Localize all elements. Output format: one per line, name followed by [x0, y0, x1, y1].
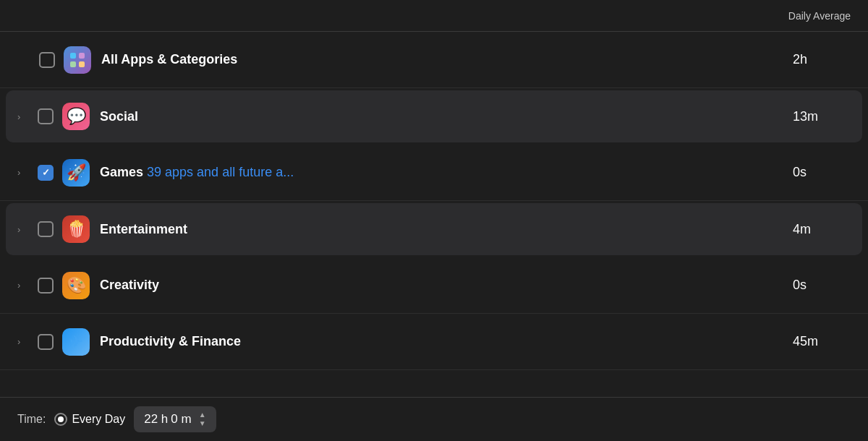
creativity-chevron[interactable]: › — [17, 280, 32, 291]
all-apps-label: All Apps & Categories — [101, 52, 793, 67]
games-chevron[interactable]: › — [17, 167, 32, 178]
svg-rect-0 — [70, 53, 76, 59]
entertainment-checkbox[interactable] — [38, 221, 54, 237]
every-day-radio[interactable] — [54, 413, 67, 426]
entertainment-value: 4m — [793, 222, 851, 237]
row-social: › 💬 Social 13m — [6, 90, 862, 142]
time-label: Time: — [17, 413, 46, 426]
creativity-icon: 🎨 — [62, 272, 90, 299]
row-all-apps: All Apps & Categories 2h — [0, 32, 868, 88]
productivity-icon: ✈ — [62, 328, 90, 356]
radio-group[interactable]: Every Day — [54, 413, 125, 426]
all-apps-checkbox[interactable] — [39, 52, 55, 68]
games-label: Games 39 apps and all future a... — [100, 165, 793, 180]
header: Daily Average — [0, 0, 868, 32]
social-chevron[interactable]: › — [17, 111, 32, 122]
productivity-label: Productivity & Finance — [100, 334, 793, 349]
entertainment-label: Entertainment — [100, 222, 793, 237]
row-games: › 🚀 Games 39 apps and all future a... 0s — [0, 145, 868, 201]
productivity-checkbox[interactable] — [38, 334, 54, 350]
row-creativity: › 🎨 Creativity 0s — [0, 257, 868, 314]
decrement-arrow[interactable]: ▼ — [199, 419, 206, 428]
category-list: All Apps & Categories 2h › 💬 Social 13m … — [0, 32, 868, 397]
entertainment-icon: 🍿 — [62, 215, 90, 243]
every-day-label: Every Day — [72, 413, 125, 426]
productivity-chevron[interactable]: › — [17, 336, 32, 347]
row-entertainment: › 🍿 Entertainment 4m — [6, 203, 862, 255]
time-stepper[interactable]: 22 h 0 m ▲ ▼ — [134, 406, 216, 432]
creativity-value: 0s — [793, 278, 851, 293]
minutes-value: 0 m — [171, 412, 191, 427]
social-checkbox[interactable] — [38, 108, 54, 124]
creativity-label: Creativity — [100, 278, 793, 293]
svg-rect-1 — [79, 53, 85, 59]
entertainment-chevron[interactable]: › — [17, 224, 32, 235]
hours-value: 22 h — [144, 412, 168, 427]
all-apps-value: 2h — [793, 52, 851, 67]
increment-arrow[interactable]: ▲ — [199, 411, 206, 419]
social-value: 13m — [793, 109, 851, 124]
productivity-value: 45m — [793, 334, 851, 349]
daily-average-label: Daily Average — [788, 10, 851, 22]
svg-rect-2 — [70, 61, 76, 67]
stepper-arrows[interactable]: ▲ ▼ — [199, 411, 206, 428]
games-icon: 🚀 — [62, 159, 90, 187]
footer: Time: Every Day 22 h 0 m ▲ ▼ — [0, 397, 868, 441]
svg-rect-3 — [79, 61, 85, 67]
social-icon: 💬 — [62, 103, 90, 130]
games-sublabel: 39 apps and all future a... — [147, 165, 294, 179]
creativity-checkbox[interactable] — [38, 278, 54, 294]
all-apps-icon — [64, 46, 91, 74]
row-productivity: › ✈ Productivity & Finance 45m — [0, 314, 868, 370]
games-checkbox[interactable] — [38, 165, 54, 181]
games-value: 0s — [793, 165, 851, 180]
social-label: Social — [100, 109, 793, 124]
